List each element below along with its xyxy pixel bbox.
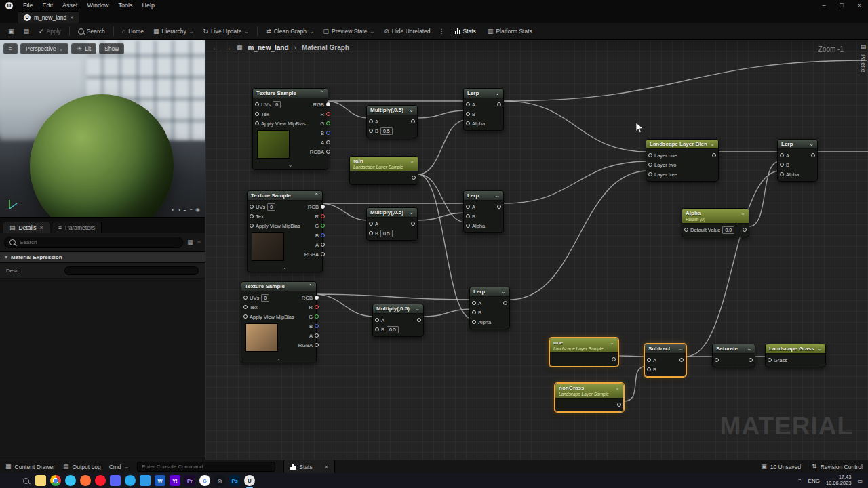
clock[interactable]: 17:43 18.06.2023 bbox=[826, 474, 852, 486]
node-collapse-icon[interactable]: ⌄ bbox=[741, 210, 745, 216]
uvs-pin[interactable] bbox=[243, 296, 248, 300]
node-lerp-1[interactable]: Lerp⌄ABAlpha bbox=[463, 88, 504, 131]
node-collapse-icon[interactable]: ⌄ bbox=[501, 289, 506, 295]
material-graph-canvas[interactable]: MATERIAL Texture Sample⌃UVs0TexApply Vie… bbox=[205, 40, 868, 460]
node-landscape-layer-blend[interactable]: Landscape Layer Blend⌄Layer oneLayer two… bbox=[646, 139, 719, 182]
node-collapse-icon[interactable]: ⌄ bbox=[410, 158, 414, 164]
console-command-input[interactable] bbox=[137, 462, 275, 472]
menu-help[interactable]: Help bbox=[138, 2, 160, 9]
layer-two-pin[interactable] bbox=[648, 163, 652, 167]
tab-close-icon[interactable]: × bbox=[40, 224, 43, 231]
stats-bottom-tab[interactable]: Stats × bbox=[283, 460, 335, 474]
taskbar-icon-photoshop[interactable]: Ps bbox=[229, 475, 240, 486]
b-pin[interactable] bbox=[326, 131, 330, 135]
layer-tree-pin[interactable] bbox=[648, 172, 652, 176]
node-expand-icon[interactable]: ⌄ bbox=[241, 355, 316, 363]
view-options-icon[interactable]: ▦ bbox=[187, 239, 193, 245]
taskbar-icon-edge[interactable] bbox=[65, 475, 76, 486]
taskbar-icon-vscode[interactable] bbox=[140, 475, 151, 486]
rgba-pin[interactable] bbox=[321, 252, 325, 256]
b-pin[interactable] bbox=[369, 129, 373, 133]
taskbar-icon-start[interactable] bbox=[5, 475, 16, 486]
value-box[interactable]: 0 bbox=[267, 203, 275, 211]
stats-button[interactable]: Stats bbox=[449, 26, 482, 37]
output-pin[interactable] bbox=[679, 358, 684, 362]
a-pin[interactable] bbox=[466, 205, 470, 209]
tex-pin[interactable] bbox=[250, 214, 254, 218]
asset-tab-close-icon[interactable]: × bbox=[70, 14, 73, 21]
alpha-pin[interactable] bbox=[472, 320, 476, 324]
b-pin[interactable] bbox=[315, 324, 319, 328]
node-collapse-icon[interactable]: ⌃ bbox=[319, 90, 324, 96]
tray-chevron-icon[interactable]: ⌃ bbox=[797, 478, 802, 484]
uvs-pin[interactable] bbox=[250, 205, 254, 209]
node-texture-sample-2[interactable]: Texture Sample⌃UVs0TexApply View MipBias… bbox=[247, 190, 323, 272]
alpha-pin[interactable] bbox=[466, 121, 470, 125]
node-collapse-icon[interactable]: ⌄ bbox=[677, 346, 682, 352]
taskbar-icon-unreal[interactable]: U bbox=[244, 475, 255, 486]
a-pin[interactable] bbox=[466, 102, 470, 106]
tex-pin[interactable] bbox=[255, 112, 259, 116]
output-pin[interactable] bbox=[497, 205, 501, 209]
output-pin[interactable] bbox=[417, 318, 421, 322]
taskbar-icon-file-explorer[interactable] bbox=[35, 475, 46, 486]
node-collapse-icon[interactable]: ⌄ bbox=[409, 107, 414, 113]
node-collapse-icon[interactable]: ⌃ bbox=[314, 192, 319, 199]
output-pin[interactable] bbox=[412, 176, 416, 180]
apply-button[interactable]: ✓Apply bbox=[35, 26, 65, 37]
taskbar-icon-chrome[interactable] bbox=[50, 475, 61, 486]
g-pin[interactable] bbox=[326, 121, 330, 125]
home-button[interactable]: ⌂Home bbox=[118, 26, 148, 37]
a-pin[interactable] bbox=[321, 243, 325, 247]
tab-parameters[interactable]: ≡ Parameters bbox=[52, 222, 102, 233]
hide-unrelated-button[interactable]: ⊘Hide Unrelated bbox=[380, 26, 434, 37]
taskbar-icon-yahoo[interactable]: Y! bbox=[170, 475, 180, 486]
node-collapse-icon[interactable]: ⌄ bbox=[747, 346, 751, 352]
close-button[interactable]: × bbox=[850, 0, 868, 11]
node-collapse-icon[interactable]: ⌄ bbox=[495, 192, 500, 199]
value-box[interactable]: 0.0 bbox=[722, 226, 734, 234]
browse-button[interactable]: ▤ bbox=[20, 26, 34, 37]
apply-view-mipbias-pin[interactable] bbox=[243, 314, 248, 319]
taskbar-icon-opera[interactable] bbox=[95, 475, 106, 486]
details-search-input[interactable] bbox=[4, 237, 183, 248]
minimize-button[interactable]: – bbox=[815, 0, 833, 11]
stats-tab-close-icon[interactable]: × bbox=[325, 464, 328, 470]
language-indicator[interactable]: ENG bbox=[808, 478, 820, 484]
notification-icon[interactable]: ▭ bbox=[857, 478, 863, 484]
rgba-pin[interactable] bbox=[326, 150, 330, 154]
node-alpha-param[interactable]: Alpha⌄Param (0)Default Value0.0 bbox=[682, 208, 749, 237]
b-pin[interactable] bbox=[375, 327, 379, 331]
node-one[interactable]: one⌄Landscape Layer Sample bbox=[549, 338, 618, 367]
output-pin[interactable] bbox=[411, 119, 415, 123]
apply-view-mipbias-pin[interactable] bbox=[250, 224, 254, 228]
node-landscape-grass[interactable]: Landscape Grass⌄Grass bbox=[765, 344, 826, 367]
clean-graph-button[interactable]: ⇄Clean Graph⌄ bbox=[262, 26, 317, 37]
menu-edit[interactable]: Edit bbox=[38, 2, 58, 9]
viewport-menu-button[interactable]: ≡ bbox=[3, 43, 18, 54]
b-pin[interactable] bbox=[647, 367, 651, 371]
output-pin[interactable] bbox=[712, 153, 716, 157]
b-pin[interactable] bbox=[369, 231, 373, 235]
hierarchy-button[interactable]: ▦Hierarchy⌄ bbox=[149, 26, 198, 37]
node-texture-sample-1[interactable]: Texture Sample⌃UVs0TexApply View MipBias… bbox=[252, 88, 328, 170]
taskbar-icon-discord[interactable] bbox=[110, 475, 121, 486]
alpha-pin[interactable] bbox=[466, 224, 470, 228]
value-box[interactable]: 0 bbox=[273, 101, 281, 108]
b-pin[interactable] bbox=[472, 310, 476, 314]
asset-tab[interactable]: U m_new_land × bbox=[18, 11, 79, 23]
forward-button[interactable]: → bbox=[224, 44, 231, 52]
node-collapse-icon[interactable]: ⌃ bbox=[308, 283, 313, 289]
viewport-corner-icons[interactable]: ◐◑◒◓◉ bbox=[172, 207, 200, 213]
node-collapse-icon[interactable]: ⌄ bbox=[495, 90, 500, 96]
grass-pin[interactable] bbox=[768, 358, 772, 362]
live-update-button[interactable]: ↻Live Update⌄ bbox=[199, 26, 254, 37]
menu-file[interactable]: File bbox=[18, 2, 38, 9]
output-pin[interactable] bbox=[617, 403, 621, 407]
rgba-pin[interactable] bbox=[315, 343, 319, 347]
a-pin[interactable] bbox=[326, 140, 330, 144]
settings-icon[interactable]: ≡ bbox=[197, 239, 201, 245]
node-collapse-icon[interactable]: ⌄ bbox=[415, 306, 420, 312]
output-pin[interactable] bbox=[497, 102, 501, 106]
menu-asset[interactable]: Asset bbox=[58, 2, 83, 9]
